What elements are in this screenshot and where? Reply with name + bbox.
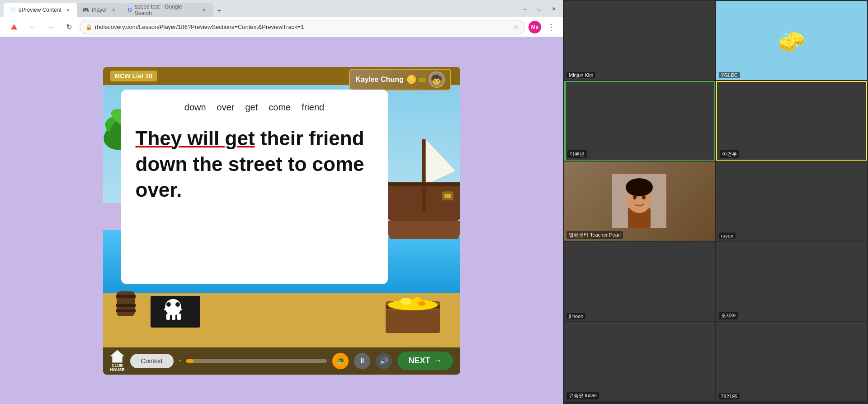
video-name-ohsea: 오세아 [719,312,738,319]
lock-icon: 🔒 [85,24,92,30]
tab1-label: ePreview Content [19,7,61,13]
svg-rect-14 [116,304,136,307]
svg-rect-22 [177,314,181,320]
svg-rect-20 [166,314,170,320]
sound-button[interactable]: 🔊 [376,353,392,369]
highlighted-words: They will get [136,127,255,149]
video-panel: Minjun Kim 🧽 YGLEC 이유빈 이건우 [563,0,868,404]
spongebob-avatar: 🧽 [716,1,868,80]
svg-point-30 [418,301,425,306]
turtle-slow-button[interactable]: 🐢 [332,353,349,369]
video-name-yubeen: 이유빈 [567,150,587,158]
svg-point-36 [642,195,646,200]
context-button[interactable]: Context [130,354,174,368]
tab-bar: 📄 ePreview Content ✕ 🎮 Player ✕ G speed … [0,0,563,17]
pause-button[interactable]: ⏸ [354,353,370,369]
tab-google-search[interactable]: G speed test - Google Search ✕ [123,3,213,17]
svg-point-34 [626,178,653,196]
new-tab-button[interactable]: + [213,5,226,17]
mcw-list-label: MCW List 10 [110,71,157,81]
video-name-rayun: rayun [719,233,736,239]
svg-point-19 [175,302,180,307]
video-cell-yglec: 🧽 YGLEC [716,1,868,80]
player-avatar: 🧒 [429,71,445,88]
coin-icon: 🪙 [406,75,416,85]
tab3-label: speed test - Google Search [135,4,198,16]
club-house-label: CLUBHOUSE [110,364,125,372]
close-button[interactable]: ✕ [548,4,559,14]
player-info: Kaylee Chung 🪙 xo 🧒 [349,69,451,90]
video-cell-yubeen: 이유빈 [564,81,715,160]
house-icon [110,350,125,363]
skull-flag [148,294,203,332]
svg-point-18 [166,302,171,307]
address-bar[interactable]: 🔒 rhdiscovery.com/Lesson/Player/186?Prev… [80,20,525,34]
club-house-button[interactable]: CLUBHOUSE [110,350,125,372]
treasure-chest [383,288,442,335]
player-name: Kaylee Chung [355,76,404,84]
pirate-ship [379,130,460,257]
word-item-friend: friend [302,102,324,113]
svg-point-28 [401,298,411,305]
video-name-yglec: YGLEC [719,72,740,78]
content-card: down over get come friend They will get … [121,90,388,284]
svg-point-35 [633,195,637,200]
video-cell-782195: 782195 [716,322,868,401]
word-item-over: over [217,102,235,113]
minimize-button[interactable]: ─ [519,4,530,14]
reload-button[interactable]: ↻ [61,20,76,34]
tab2-favicon: 🎮 [82,7,89,13]
teacher-face [564,162,715,241]
tab2-label: Player [92,7,107,13]
profile-button[interactable]: Ms [528,21,541,33]
app-logo: 🔺 [5,19,22,35]
back-button[interactable]: ← [25,20,40,34]
svg-rect-13 [116,295,136,298]
forward-button[interactable]: → [43,20,58,34]
coin-count: xo [419,76,426,83]
svg-marker-6 [383,221,460,239]
bookmark-star-icon[interactable]: ☆ [513,24,519,31]
tab2-close-button[interactable]: ✕ [110,6,117,14]
svg-rect-21 [172,314,175,320]
next-label: NEXT [408,356,430,366]
word-item-come: come [269,102,291,113]
tab3-close-button[interactable]: ✕ [200,6,207,14]
tab-epreview-content[interactable]: 📄 ePreview Content ✕ [4,3,77,17]
barrel-decoration [112,287,148,329]
game-frame: MCW List 10 Kaylee Chung 🪙 xo 🧒 down ove… [103,67,460,375]
video-name-jihoon: ji hoon [566,313,585,319]
video-name-minjun: Minjun Kim [566,72,595,78]
tab1-favicon: 📄 [9,7,16,13]
profile-label: Ms [531,24,539,30]
game-header: MCW List 10 Kaylee Chung 🪙 xo 🧒 [103,67,460,85]
tab-player[interactable]: 🎮 Player ✕ [77,3,123,17]
word-list: down over get come friend [136,102,373,113]
video-cell-jihoon: ji hoon [564,242,715,321]
browser-menu-button[interactable]: ⋮ [545,21,557,33]
video-name-iguno: 이건우 [720,150,739,158]
video-cell-lucas: 유승윤 lucas [564,322,715,401]
svg-rect-11 [444,194,451,198]
address-text: rhdiscovery.com/Lesson/Player/186?Previe… [95,24,510,30]
next-button[interactable]: NEXT → [397,352,453,370]
content-area: MCW List 10 Kaylee Chung 🪙 xo 🧒 down ove… [0,37,563,404]
video-name-lucas: 유승윤 lucas [566,392,599,399]
active-indicator [565,82,566,159]
word-item-get: get [245,102,258,113]
game-footer: CLUBHOUSE Context • 🐢 ⏸ 🔊 NEXT [103,347,460,375]
tab1-close-button[interactable]: ✕ [64,6,71,14]
tab3-favicon: G [128,7,132,13]
svg-marker-8 [426,139,456,185]
svg-point-17 [165,299,181,315]
restore-button[interactable]: □ [534,4,545,14]
nav-bar: 🔺 ← → ↻ 🔒 rhdiscovery.com/Lesson/Player/… [0,17,563,37]
progress-dot: • [179,358,181,364]
sentence-text: They will get their frienddown the stree… [136,125,373,203]
video-cell-teacher: 열린센터 Teacher Pearl [564,162,715,241]
svg-rect-7 [422,139,426,212]
svg-rect-9 [386,182,460,186]
word-item-down: down [184,102,206,113]
progress-bar [186,359,327,363]
video-name-teacher: 열린센터 Teacher Pearl [566,231,623,239]
